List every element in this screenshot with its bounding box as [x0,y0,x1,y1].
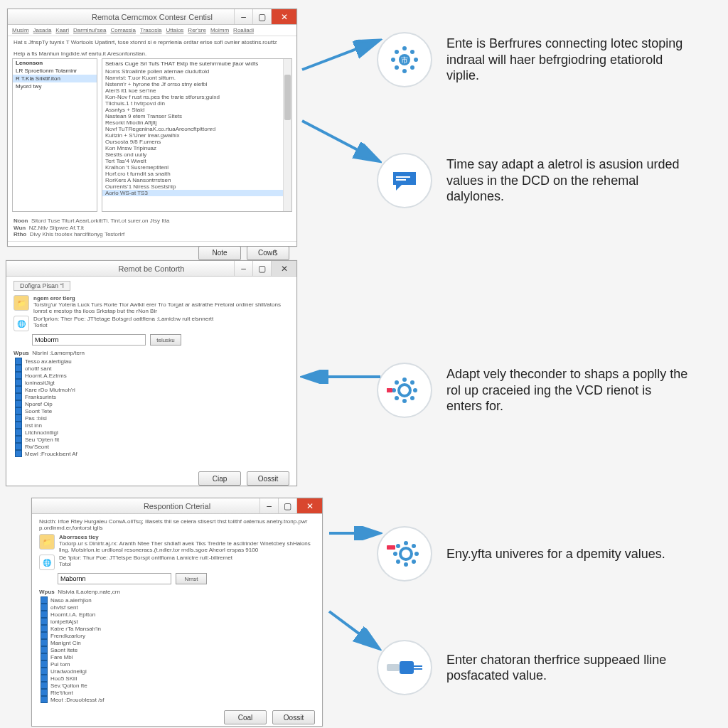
checkbox-icon[interactable] [15,407,22,414]
list-item[interactable]: Meot :Drouoblesst /sf [39,696,315,703]
right-list[interactable]: Sebars Cuge Srl Tufs THAT Ektp the suteh… [102,58,292,212]
checkbox-icon[interactable] [41,660,48,668]
maximize-icon[interactable]: ▢ [252,261,271,276]
tab-item[interactable]: Rer'sre [188,27,206,33]
maximize-icon[interactable]: ▢ [252,9,271,24]
tree-item[interactable]: Lenonson [13,59,97,67]
maximize-icon[interactable]: ▢ [278,498,296,513]
list-item[interactable]: Sev.'Qolton fte [39,682,315,689]
list-item[interactable]: Fare Mbl [39,653,315,660]
ok-button[interactable]: Coal [224,710,267,724]
tree-item[interactable]: Myord twy [13,82,97,90]
tab-item[interactable]: Jasada [33,27,52,33]
list-item[interactable]: Saont ltete [39,646,315,653]
list-item[interactable]: Namrist: T.uor Kuont sitturn. [102,75,291,81]
minimize-icon[interactable]: – [234,9,252,24]
list-item[interactable]: Irst inn [14,422,289,429]
checkbox-icon[interactable] [15,393,22,400]
list-item[interactable]: Frendkzarlory [39,632,315,639]
checkbox-icon[interactable] [41,611,48,618]
list-item[interactable]: Uradwodnellgl [39,668,315,675]
list-item[interactable]: Tlichuis.1 t hvtrpovd din [102,100,291,107]
checkbox-icon[interactable] [41,596,48,604]
tab-item[interactable]: Trasosla [140,27,161,33]
close-icon[interactable]: ✕ [296,498,322,513]
checkbox-icon[interactable] [15,429,22,436]
checkbox-icon[interactable] [15,450,22,457]
list-item-selected[interactable]: Aorio WS-at TS3 [102,190,291,196]
checkbox-icon[interactable] [41,639,48,646]
left-tree[interactable]: LenonsonLR Sproetionm TotaminrR T.Kla Sr… [12,58,97,212]
list-item[interactable]: RorKers A Nansontrrstsen [102,177,291,183]
list-item[interactable]: Oursosta 9/8 F.umens [102,139,291,145]
list-item[interactable]: Mewl :Frouckisent Af [14,450,289,457]
list-item[interactable]: Katre rTa Mansah'in [39,625,315,632]
list-item[interactable]: Ourrents'1 Niress Soestshlp [102,183,291,190]
list-item[interactable]: Novf TuTRegeninaK.co.rtuaAreoncftpittonr… [102,126,291,132]
tab-item[interactable]: Kaari [55,27,69,33]
cancel-button[interactable]: Cowẞ [247,246,289,260]
checkbox-icon[interactable] [15,443,22,450]
checkbox-icon[interactable] [15,379,22,386]
checklist[interactable]: Naso a.alerhjlonohvtsf sentHoornt.i.A. E… [39,596,315,703]
list-item[interactable]: Kare rDo Miutmoh'ri [14,386,289,393]
checkbox-icon[interactable] [41,632,48,639]
tab-item[interactable]: Darminul'sea [73,27,106,33]
list-item[interactable]: Kuitzin + S'Uner Irear.gwaihix [102,132,291,139]
list-item[interactable]: Noms Stroalinte pollen aternae cluduttol… [102,68,291,75]
tab-item[interactable]: Roaliadi [233,27,254,33]
checkbox-icon[interactable] [15,365,22,372]
checkbox-icon[interactable] [15,436,22,443]
list-item[interactable]: Seu 'Ojrten fit [14,436,289,443]
checkbox-icon[interactable] [15,414,22,422]
checkbox-icon[interactable] [41,625,48,632]
list-item[interactable]: Hoo5 SKill [39,675,315,682]
list-item[interactable]: Kon Mnsw Tripinuaz [102,145,291,151]
list-item[interactable]: ionipeltAjst [39,618,315,625]
list-item[interactable]: Pas :bIsl [14,414,289,422]
tab-item[interactable]: Musim [12,27,29,33]
list-item[interactable]: Nastean 9 etem Transer Sltets [102,113,291,119]
minimize-icon[interactable]: – [234,261,252,276]
close-icon[interactable]: ✕ [271,261,296,276]
list-item[interactable]: AterS it1 koe ser'ine [102,87,291,94]
list-item[interactable]: Siestts ond uuily [102,151,291,158]
list-item[interactable]: Manignt Cin [39,639,315,646]
checkbox-icon[interactable] [15,358,22,365]
checkbox-icon[interactable] [15,386,22,393]
path-input[interactable] [32,334,146,346]
checkbox-icon[interactable] [15,372,22,379]
browse-button[interactable]: telusku [150,334,181,346]
list-item[interactable]: Rte't/tont [39,689,315,696]
list-item[interactable]: Horf.cro t furndit sa snaith [102,171,291,177]
list-item[interactable]: Rw'Seont [14,443,289,450]
tab-item[interactable]: Uttalos [166,27,183,33]
tab-dofigra[interactable]: Dofigra Pisan "l [14,281,70,291]
list-item[interactable]: ioninasitJigt [14,379,289,386]
checkbox-icon[interactable] [15,400,22,407]
checkbox-icon[interactable] [41,682,48,689]
list-item[interactable]: Naso a.alerhjlon [39,596,315,604]
cancel-button[interactable]: Oossit [272,710,315,724]
list-item[interactable]: Assntys + Staid [102,107,291,113]
ok-button[interactable]: Ciap [198,471,241,486]
list-item[interactable]: Kralhon 't Susremeptitenl [102,164,291,171]
tab-item[interactable]: Comassia [110,27,136,33]
list-item[interactable]: Tesso av.alertiglau [14,358,289,365]
checkbox-icon[interactable] [41,618,48,625]
close-icon[interactable]: ✕ [271,9,296,24]
scrollbar[interactable] [283,59,291,211]
tree-item[interactable]: LR Sproetionm Totaminr [13,67,97,75]
checkbox-icon[interactable] [41,689,48,696]
list-item[interactable]: ohottf sant [14,365,289,372]
list-item[interactable]: Hoornt.i.A. Eptton [39,611,315,618]
list-item[interactable]: Nporef Oip [14,400,289,407]
checkbox-icon[interactable] [15,422,22,429]
tree-item[interactable]: R T.Kla Sriktif.iton [13,75,97,82]
checklist[interactable]: Tesso av.alertiglauohottf santHoornt.A.E… [14,358,289,464]
checkbox-icon[interactable] [41,653,48,660]
tab-item[interactable]: Moimm [210,27,229,33]
list-item[interactable]: Resorkt Miodin Aftjltj [102,119,291,126]
list-item[interactable]: ohvtsf sent [39,604,315,611]
cancel-button[interactable]: Oossit [247,471,289,486]
